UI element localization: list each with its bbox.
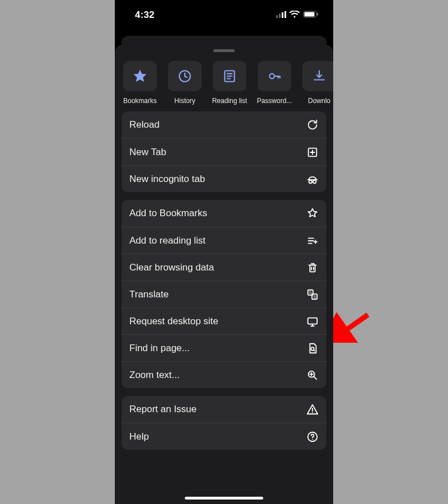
menu-request-desktop-site[interactable]: Request desktop site <box>122 307 326 334</box>
status-time: 4:32 <box>135 10 155 21</box>
menu-item-label: Zoom text... <box>129 370 180 381</box>
svg-rect-22 <box>305 12 315 17</box>
menu-item-label: Help <box>129 431 149 442</box>
shortcut-label: History <box>174 97 195 105</box>
menu-add-reading-list[interactable]: Add to reading list <box>122 227 326 254</box>
phone-frame: 4:32 Bookmarks History Reading list <box>115 0 333 504</box>
menu-add-bookmarks[interactable]: Add to Bookmarks <box>122 200 326 227</box>
home-indicator[interactable] <box>185 497 263 500</box>
star-outline-icon <box>306 207 319 220</box>
shortcut-history[interactable]: History <box>166 61 203 105</box>
shortcut-label: Downlo <box>308 97 330 105</box>
wifi-icon <box>290 10 300 20</box>
svg-rect-23 <box>317 13 318 16</box>
menu-item-label: Translate <box>129 289 169 300</box>
menu-clear-browsing-data[interactable]: Clear browsing data <box>122 254 326 281</box>
menu-item-label: Clear browsing data <box>129 262 214 273</box>
menu-reload[interactable]: Reload <box>122 111 326 138</box>
status-bar: 4:32 <box>115 0 333 25</box>
help-icon <box>306 431 319 443</box>
reading-list-icon <box>222 69 237 83</box>
menu-help[interactable]: Help <box>122 423 326 450</box>
svg-line-24 <box>340 315 368 334</box>
cellular-icon <box>276 10 286 20</box>
menu-item-label: Add to Bookmarks <box>129 208 207 219</box>
key-icon-tile[interactable] <box>258 61 291 91</box>
menu-group: Report an Issue Help <box>122 396 326 450</box>
menu-sheet: Bookmarks History Reading list Password.… <box>115 45 333 504</box>
menu-groups: Reload New Tab New incognito tab Add to … <box>115 105 333 456</box>
shortcut-row[interactable]: Bookmarks History Reading list Password.… <box>115 58 333 105</box>
desktop-icon <box>306 315 319 328</box>
shortcut-download[interactable]: Downlo <box>301 61 333 105</box>
menu-new-incognito[interactable]: New incognito tab <box>122 165 326 192</box>
star-icon <box>133 69 147 83</box>
add-reading-list-icon <box>306 235 319 247</box>
menu-item-label: Find in page... <box>129 343 190 354</box>
menu-item-label: Report an Issue <box>129 404 197 415</box>
reading-list-icon-tile[interactable] <box>213 61 246 91</box>
incognito-icon <box>306 173 319 185</box>
annotation-arrow <box>333 309 372 343</box>
key-icon <box>267 69 282 83</box>
history-icon-tile[interactable] <box>168 61 202 91</box>
svg-rect-17 <box>276 15 278 18</box>
menu-new-tab[interactable]: New Tab <box>122 138 326 165</box>
reload-icon <box>306 119 319 131</box>
shortcut-label: Bookmarks <box>123 97 157 105</box>
menu-zoom-text[interactable]: Zoom text... <box>122 361 326 388</box>
star-icon-tile[interactable] <box>123 61 157 91</box>
shortcut-star[interactable]: Bookmarks <box>122 61 158 105</box>
shortcut-reading-list[interactable]: Reading list <box>211 61 248 105</box>
download-icon-tile[interactable] <box>302 61 333 91</box>
menu-item-label: New Tab <box>129 147 166 158</box>
svg-rect-20 <box>284 11 286 18</box>
history-icon <box>178 69 192 83</box>
warning-icon <box>306 403 319 416</box>
menu-item-label: New incognito tab <box>129 174 205 185</box>
find-in-page-icon <box>306 342 319 354</box>
translate-icon <box>306 288 319 301</box>
shortcut-label: Reading list <box>212 97 248 105</box>
menu-item-label: Add to reading list <box>129 235 206 246</box>
menu-group: Add to Bookmarks Add to reading list Cle… <box>122 200 326 388</box>
menu-group: Reload New Tab New incognito tab <box>122 111 326 192</box>
shortcut-key[interactable]: Password... <box>256 61 293 105</box>
menu-report-issue[interactable]: Report an Issue <box>122 396 326 423</box>
trash-icon <box>306 262 319 274</box>
menu-translate[interactable]: Translate <box>122 281 326 307</box>
menu-find-in-page[interactable]: Find in page... <box>122 334 326 361</box>
shortcut-label: Password... <box>257 97 292 105</box>
zoom-in-icon <box>306 369 319 381</box>
svg-rect-18 <box>279 13 281 18</box>
menu-item-label: Reload <box>129 119 160 130</box>
svg-rect-19 <box>282 12 283 18</box>
new-tab-icon <box>306 146 319 158</box>
battery-icon <box>303 10 319 20</box>
menu-item-label: Request desktop site <box>129 316 218 327</box>
sheet-grip[interactable] <box>213 49 235 52</box>
download-icon <box>312 69 326 83</box>
